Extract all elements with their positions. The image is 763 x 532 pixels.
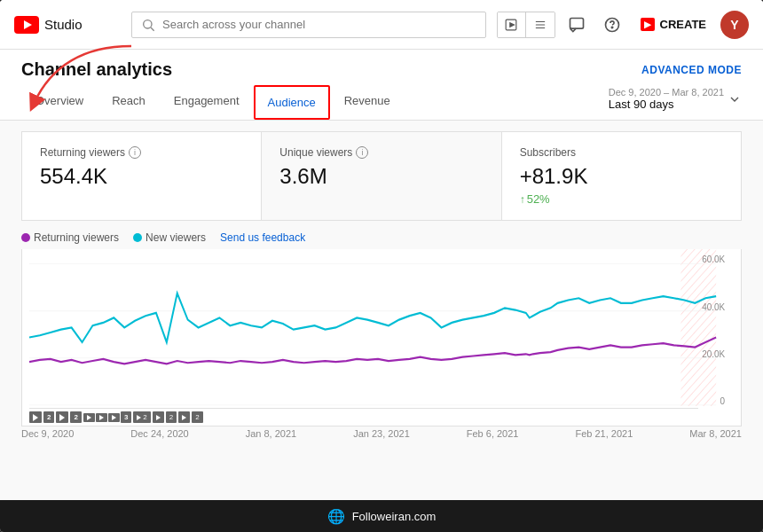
- svg-point-11: [611, 27, 612, 27]
- avatar[interactable]: Y: [720, 11, 749, 39]
- page-title: Channel analytics: [21, 59, 172, 80]
- date-label-5: Feb 21, 2021: [575, 428, 633, 439]
- stat-value-subscribers: +81.9K: [520, 164, 723, 189]
- svg-rect-9: [570, 18, 583, 28]
- tab-engagement[interactable]: Engagement: [160, 83, 254, 121]
- header-right: ▶ CREATE Y: [497, 11, 749, 39]
- chart-svg: 60.0K 40.0K 20.0K 0: [29, 249, 734, 426]
- thumb-badge-2b: 2: [70, 411, 81, 423]
- legend-new: New viewers: [133, 231, 206, 244]
- date-label-1: Dec 24, 2020: [130, 428, 188, 439]
- date-range-line1: Dec 9, 2020 – Mar 8, 2021: [609, 87, 724, 98]
- help-btn[interactable]: [598, 11, 626, 39]
- tab-reach[interactable]: Reach: [98, 83, 160, 121]
- svg-marker-5: [510, 22, 515, 27]
- stat-value-returning: 554.4K: [40, 164, 243, 189]
- stat-label-subscribers: Subscribers: [520, 146, 723, 159]
- create-button[interactable]: ▶ CREATE: [633, 14, 713, 35]
- thumbnails-row: 2 2 3: [29, 409, 698, 426]
- stats-row: Returning viewers i 554.4K Unique viewer…: [21, 131, 742, 221]
- date-labels: Dec 9, 2020 Dec 24, 2020 Jan 8, 2021 Jan…: [21, 426, 742, 439]
- date-range-line2: Last 90 days: [609, 98, 674, 111]
- globe-icon: 🌐: [327, 508, 345, 525]
- date-label-3: Jan 23, 2021: [353, 428, 410, 439]
- video-upload-btn[interactable]: [498, 12, 526, 37]
- page-title-area: Channel analytics ADVANCED MODE: [0, 50, 763, 80]
- stat-label-unique: Unique viewers i: [279, 146, 483, 159]
- bottom-bar: 🌐 Followeiran.com: [0, 500, 763, 532]
- chart-area: 60.0K 40.0K 20.0K 0: [21, 249, 742, 426]
- chevron-down-icon: [728, 92, 742, 106]
- advanced-mode-link[interactable]: ADVANCED MODE: [641, 64, 742, 80]
- svg-line-3: [151, 27, 154, 31]
- returning-dot: [21, 233, 30, 242]
- thumb-badge-2: 2: [43, 411, 54, 423]
- svg-rect-6: [535, 20, 545, 21]
- main-content: Returning viewers i 554.4K Unique viewer…: [0, 121, 763, 500]
- unique-info-icon[interactable]: i: [356, 146, 368, 159]
- stat-value-unique: 3.6M: [279, 164, 483, 189]
- date-label-0: Dec 9, 2020: [21, 428, 74, 439]
- video-controls: [497, 12, 555, 38]
- tab-overview[interactable]: Overview: [21, 83, 98, 121]
- create-label: CREATE: [660, 18, 706, 31]
- video-menu-btn[interactable]: [526, 12, 555, 37]
- arrow-up-icon: ↑: [520, 193, 525, 206]
- stat-card-subscribers: Subscribers +81.9K ↑ 52%: [502, 132, 741, 220]
- search-input[interactable]: [162, 18, 476, 31]
- new-dot: [133, 233, 142, 242]
- svg-rect-7: [535, 24, 545, 25]
- search-bar[interactable]: [131, 12, 486, 38]
- search-icon: [141, 18, 155, 32]
- svg-point-2: [144, 20, 152, 27]
- svg-rect-17: [680, 249, 716, 406]
- studio-logo-text: Studio: [44, 17, 83, 32]
- legend-returning: Returning viewers: [21, 231, 119, 244]
- tabs-area: Overview Reach Engagement Audience Reven…: [0, 83, 763, 121]
- play-icon: [33, 414, 38, 421]
- messages-btn[interactable]: [562, 11, 591, 39]
- header: Studio: [0, 0, 763, 50]
- stat-change-subscribers: ↑ 52%: [520, 192, 723, 206]
- youtube-icon: [14, 16, 39, 34]
- stat-card-unique: Unique viewers i 3.6M: [262, 132, 501, 220]
- date-label-4: Feb 6, 2021: [467, 428, 519, 439]
- legend-new-label: New viewers: [146, 231, 206, 244]
- thumb-group: [29, 411, 42, 423]
- legend-returning-label: Returning viewers: [34, 231, 119, 244]
- date-label-2: Jan 8, 2021: [246, 428, 297, 439]
- svg-text:0: 0: [720, 395, 726, 406]
- tab-audience[interactable]: Audience: [254, 85, 330, 120]
- date-range-selector[interactable]: Dec 9, 2020 – Mar 8, 2021 Last 90 days: [609, 87, 742, 116]
- feedback-link[interactable]: Send us feedback: [220, 231, 305, 244]
- tab-revenue[interactable]: Revenue: [330, 83, 405, 121]
- svg-rect-8: [535, 27, 545, 27]
- thumbnails-strip: 2 2 3: [29, 408, 698, 426]
- date-label-6: Mar 8, 2021: [689, 428, 742, 439]
- returning-info-icon[interactable]: i: [129, 146, 141, 159]
- site-label: Followeiran.com: [352, 510, 437, 523]
- logo-area: Studio: [14, 16, 121, 34]
- create-yt-badge: ▶: [641, 18, 655, 31]
- stat-card-returning: Returning viewers i 554.4K: [22, 132, 262, 220]
- legend-row: Returning viewers New viewers Send us fe…: [21, 221, 742, 249]
- thumb-group2: [56, 411, 68, 423]
- stat-label-returning: Returning viewers i: [40, 146, 243, 159]
